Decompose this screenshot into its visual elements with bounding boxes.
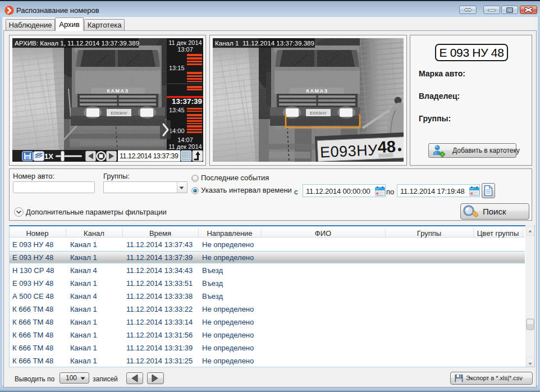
svg-text:14:00: 14:00 <box>169 127 185 134</box>
svg-text:14:07: 14:07 <box>177 136 193 143</box>
svg-text:13:15: 13:15 <box>169 65 185 71</box>
svg-text:Е093НУ: Е093НУ <box>319 142 378 161</box>
svg-text:48: 48 <box>377 138 396 156</box>
svg-text:Канал 1 11.12.2014 13:37:39.3: Канал 1 11.12.2014 13:37:39.389 <box>215 39 314 47</box>
svg-text:13:07: 13:07 <box>177 46 193 53</box>
svg-text:11 дек 2014: 11 дек 2014 <box>168 143 202 150</box>
svg-text:АРХИВ: Канал 1, 11.12.2014 13:: АРХИВ: Канал 1, 11.12.2014 13:37:39.389 <box>15 39 139 47</box>
svg-text:13:37:39: 13:37:39 <box>172 97 202 106</box>
svg-text:13:45: 13:45 <box>169 107 185 113</box>
svg-text:1X: 1X <box>44 152 53 161</box>
svg-text:11 дек 2014: 11 дек 2014 <box>168 39 202 46</box>
svg-text:11.12.2014 13:37:39: 11.12.2014 13:37:39 <box>120 152 179 160</box>
